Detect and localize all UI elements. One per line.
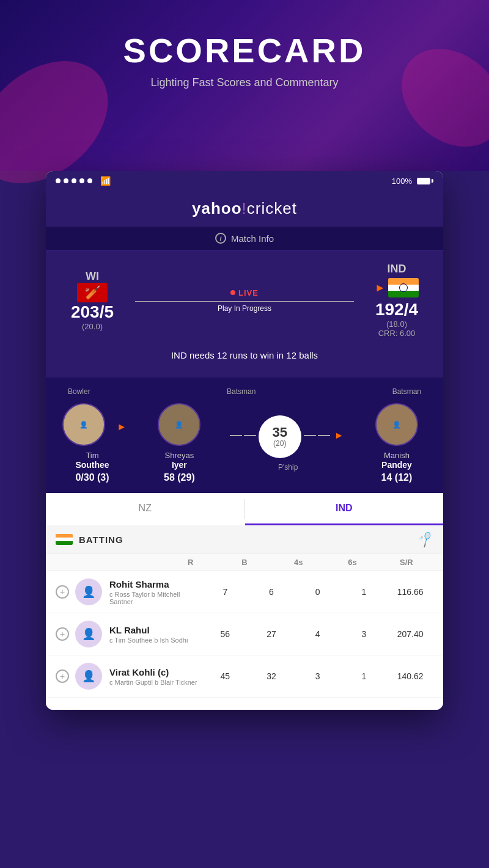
live-badge: LIVE <box>129 288 360 297</box>
player-dismiss-2: c Tim Southee b Ish Sodhi <box>109 636 202 644</box>
bowler-last: Southee <box>56 460 129 470</box>
expand-button-3[interactable]: + <box>56 669 69 683</box>
live-dot <box>230 290 235 295</box>
ind-overs: (18.0) <box>360 319 433 329</box>
hero-subtitle: Lighting Fast Scores and Commentary <box>12 76 477 89</box>
signal-dots: 📶 <box>56 176 111 186</box>
col-header-4s: 4s <box>271 558 325 567</box>
tabs-bar: NZ IND <box>46 493 443 525</box>
batsman1-first: Shreyas <box>142 451 216 460</box>
player-info-3: Virat Kohli (c) c Martin Guptil b Blair … <box>109 667 202 686</box>
player-r-1: 7 <box>202 587 248 597</box>
batting-flag <box>56 534 73 545</box>
wi-score: 203/5 <box>56 302 129 322</box>
bowler-label: Bowler <box>68 387 90 396</box>
team-ind: IND ► 192/4 (18.0) CRR: 6.00 <box>360 263 433 338</box>
partnership-section: 35 (20) ► P'ship <box>230 415 347 472</box>
player-b-2: 27 <box>248 629 295 639</box>
player-sr-2: 207.40 <box>387 629 433 639</box>
batsman1-card: 👤 Shreyas Iyer 58 (29) <box>142 403 216 483</box>
table-row: + 👤 KL Rahul c Tim Southee b Ish Sodhi 5… <box>46 613 443 655</box>
wi-flag: 🏏 <box>77 283 108 302</box>
player-avatar-1: 👤 <box>75 578 102 605</box>
bowler-arrow: ► <box>117 421 127 432</box>
table-row: + 👤 Rohit Sharma c Ross Taylor b Mitchel… <box>46 571 443 613</box>
teams-row: WI 🏏 203/5 (20.0) LIVE Play In Progress … <box>56 263 433 338</box>
player-6s-2: 3 <box>341 629 388 639</box>
live-divider <box>135 301 354 302</box>
player-r-2: 56 <box>202 629 248 639</box>
player-section: Bowler Batsman Batsman 👤 ► Tim Southee 0… <box>46 377 443 493</box>
live-text: LIVE <box>238 288 259 297</box>
expand-button-2[interactable]: + <box>56 627 69 641</box>
player-dismiss-3: c Martin Guptil b Blair Tickner <box>109 679 202 686</box>
tab-ind[interactable]: IND <box>245 493 444 525</box>
ind-score: 192/4 <box>360 300 433 319</box>
batsman2-label: Batsman <box>392 387 421 396</box>
needs-text: IND needs 12 runs to win in 12 balls <box>56 345 433 365</box>
bowler-stats: 0/30 (3) <box>56 472 129 483</box>
player-dismiss-1: c Ross Taylor b Mitchell Santner <box>109 591 202 605</box>
batsman1-stats: 58 (29) <box>142 472 216 483</box>
dot-5 <box>87 178 92 183</box>
col-header-b: B <box>218 558 271 567</box>
batsman2-last: Pandey <box>360 460 433 470</box>
battery-icon <box>417 178 433 184</box>
app-logo: yahoo!cricket <box>58 199 431 218</box>
batting-arrow: ► <box>375 282 386 294</box>
players-row: 👤 ► Tim Southee 0/30 (3) 👤 Shreyas Iyer … <box>56 403 433 483</box>
info-icon: i <box>215 233 226 244</box>
batsman2-stats: 14 (12) <box>360 472 433 483</box>
batsman2-arrow: ► <box>334 430 344 441</box>
match-info-bar[interactable]: i Match Info <box>46 227 443 250</box>
player-avatar-2: 👤 <box>75 621 102 647</box>
stats-header-row: R B 4s 6s S/R <box>46 554 443 571</box>
phone-mockup: 📶 100% yahoo!cricket i Match Info WI 🏏 2… <box>46 171 443 710</box>
wi-overs: (20.0) <box>56 322 129 331</box>
partnership-circle: 35 (20) <box>259 415 301 458</box>
batsman1-last: Iyer <box>142 460 216 470</box>
col-header-r: R <box>164 558 218 567</box>
dot-4 <box>79 178 84 183</box>
batting-title: BATTING <box>79 534 420 545</box>
team-ind-code: IND <box>360 263 433 275</box>
partnership-runs: 35 <box>273 426 287 439</box>
match-status-middle: LIVE Play In Progress <box>129 288 360 313</box>
bowler-first: Tim <box>56 451 129 460</box>
wifi-icon: 📶 <box>100 176 111 186</box>
expand-button-1[interactable]: + <box>56 585 69 599</box>
col-header-sr: S/R <box>380 558 433 567</box>
app-header: yahoo!cricket <box>46 191 443 227</box>
player-name-3: Virat Kohli (c) <box>109 667 202 677</box>
player-info-1: Rohit Sharma c Ross Taylor b Mitchell Sa… <box>109 579 202 605</box>
bat-icon: 🏸 <box>417 530 436 549</box>
player-name-2: KL Rahul <box>109 625 202 635</box>
player-6s-1: 1 <box>341 587 388 597</box>
bowler-card: 👤 ► Tim Southee 0/30 (3) <box>56 403 129 483</box>
bowler-avatar: 👤 <box>62 403 105 446</box>
batsman2-first: Manish <box>360 451 433 460</box>
col-header-name <box>56 558 164 567</box>
tab-nz[interactable]: NZ <box>46 493 244 525</box>
team-wi: WI 🏏 203/5 (20.0) <box>56 270 129 331</box>
player-4s-3: 3 <box>295 671 341 681</box>
score-section: WI 🏏 203/5 (20.0) LIVE Play In Progress … <box>46 250 443 377</box>
player-4s-2: 4 <box>295 629 341 639</box>
player-name-1: Rohit Sharma <box>109 579 202 589</box>
ind-crr: CRR: 6.00 <box>360 329 433 338</box>
hero-title: SCORECARD <box>12 31 477 70</box>
status-bar: 📶 100% <box>46 171 443 191</box>
player-4s-1: 0 <box>295 587 341 597</box>
player-avatar-3: 👤 <box>75 663 102 690</box>
batting-header: BATTING 🏸 <box>46 525 443 554</box>
batting-section: BATTING 🏸 R B 4s 6s S/R + 👤 Rohit Sharma… <box>46 525 443 710</box>
play-status: Play In Progress <box>129 304 360 313</box>
team-wi-code: WI <box>56 270 129 283</box>
match-info-label: Match Info <box>231 233 274 244</box>
col-header-6s: 6s <box>325 558 379 567</box>
player-sr-1: 116.66 <box>387 587 433 597</box>
hero-section: SCORECARD Lighting Fast Scores and Comme… <box>0 0 489 171</box>
player-sr-3: 140.62 <box>387 671 433 681</box>
table-row: + 👤 Virat Kohli (c) c Martin Guptil b Bl… <box>46 655 443 698</box>
player-6s-3: 1 <box>341 671 388 681</box>
